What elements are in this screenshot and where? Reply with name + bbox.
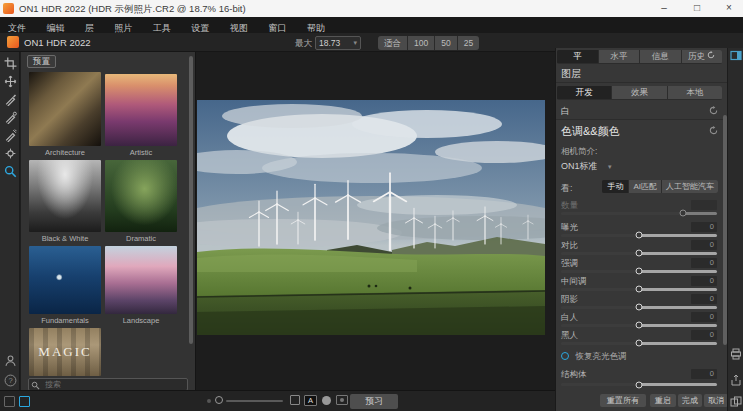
mask-bug-icon[interactable] [4,147,17,160]
search-input[interactable] [43,379,183,390]
slider-knob[interactable] [636,268,643,275]
tab-local[interactable]: 本地 [668,86,722,99]
restore-highlights-toggle[interactable]: 恢复亮光色调 [561,351,718,363]
face-ai-icon[interactable] [4,354,17,367]
preset-magic-thumb[interactable]: MAGIC [29,328,101,376]
minimize-button[interactable]: – [650,0,678,17]
move-tool-icon[interactable] [4,75,17,88]
zoom-slider-knob[interactable] [215,396,223,404]
photo-wind-turbines[interactable] [197,100,545,335]
shadows-value[interactable]: 0 [691,294,717,304]
zoom-100-button[interactable]: 100 [408,36,434,50]
exposure-slider[interactable] [561,234,717,237]
crop-tool-icon[interactable] [4,57,17,70]
slider-knob[interactable] [636,304,643,311]
canvas-area[interactable] [196,52,555,390]
whites-label: 白人 [561,312,578,324]
right-icon-strip [727,48,743,411]
tone-ai-match-button[interactable]: AI匹配 [629,180,661,193]
preset-dramatic-thumb[interactable] [105,160,177,232]
preset-artistic-thumb[interactable] [105,74,177,146]
slider-knob[interactable] [636,322,643,329]
eraser-brush-icon[interactable] [4,111,17,124]
zoom-value-dropdown[interactable]: 18.73▾ [315,36,361,50]
preset-artistic-label: Artistic [105,148,177,157]
presets-tab[interactable]: 预置 [27,55,56,68]
done-button[interactable]: 完成 [678,394,702,407]
tab-effects[interactable]: 效果 [612,86,666,99]
structure-value[interactable]: 0 [691,369,717,379]
cancel-button[interactable]: 取消 [704,394,728,407]
amount-label: 数量 [561,200,578,212]
shadows-slider[interactable] [561,306,717,309]
edit-mode-icon[interactable] [19,396,30,407]
browse-mode-icon[interactable] [4,396,15,407]
reset-all-button[interactable]: 重置所有 [600,394,646,407]
printer-icon[interactable] [730,348,742,360]
reset-button[interactable]: 重启 [650,394,676,407]
highlights-value[interactable]: 0 [691,258,717,268]
midtones-label: 中间调 [561,276,587,288]
preset-scrollbar[interactable] [189,56,193,344]
retouch-brush-icon[interactable] [4,129,17,142]
soft-proof-icon[interactable] [336,395,348,405]
slider-knob[interactable] [636,381,643,388]
preview-button[interactable]: 预习 [350,394,398,409]
amount-value[interactable] [691,200,717,210]
amount-slider[interactable] [561,212,717,215]
preset-black-white-thumb[interactable] [29,160,101,232]
contrast-slider[interactable] [561,252,717,255]
export-icon[interactable] [730,374,742,386]
mask-view-icon[interactable] [322,396,331,405]
maximize-button[interactable]: □ [683,0,711,17]
tone-manual-button[interactable]: 手动 [602,180,628,193]
preset-fundamentals-thumb[interactable] [29,246,101,314]
tab-info[interactable]: 信息 [640,50,681,63]
on1-hdr-window: ON1 HDR 2022 (HDR 示例照片.CR2 @ 18.7% 16-bi… [0,0,743,411]
chevron-down-icon: ▾ [353,37,357,49]
panel-toggle-icon[interactable] [730,50,742,61]
tone-color-header[interactable]: 色调&&颜色 [561,124,718,139]
zoom-value: 18.73 [319,38,340,48]
structure-slider[interactable] [561,383,717,386]
camera-profile-value: ON1标准 [561,161,598,171]
preset-landscape-thumb[interactable] [105,246,177,314]
midtones-slider[interactable] [561,288,717,291]
slider-knob[interactable] [636,340,643,347]
compare-view-icon[interactable] [730,396,742,408]
slider-knob[interactable] [636,232,643,239]
blacks-slider[interactable] [561,342,717,345]
fit-button[interactable]: 适合 [378,36,407,50]
help-icon[interactable]: ? [4,374,17,387]
whites-slider[interactable] [561,324,717,327]
highlights-slider[interactable] [561,270,717,273]
midtones-value[interactable]: 0 [691,276,717,286]
show-original-icon[interactable]: A [304,395,317,406]
whites-value[interactable]: 0 [691,312,717,322]
tab-develop[interactable]: 开发 [557,86,611,99]
chevron-down-icon: ▾ [608,163,612,170]
slider-knob[interactable] [636,286,643,293]
slider-knob[interactable] [679,210,686,217]
zoom-50-button[interactable]: 50 [435,36,456,50]
zoom-slider-track[interactable] [226,400,283,402]
camera-profile-dropdown[interactable]: ON1标准 ▾ [561,160,718,173]
tab-levels[interactable]: 水平 [599,50,640,63]
blacks-value[interactable]: 0 [691,330,717,340]
preset-architecture-thumb[interactable] [29,72,101,146]
zoom-view-tool-icon[interactable] [4,165,17,178]
tone-color-reset-icon[interactable] [709,125,718,137]
tab-nav[interactable]: 平 [557,50,598,63]
highlights-label: 强调 [561,258,578,270]
close-button[interactable]: × [715,0,743,17]
slider-knob[interactable] [636,250,643,257]
adjustment-brush-icon[interactable] [4,93,17,106]
tone-ai-auto-button[interactable]: 人工智能汽车 [662,180,718,193]
compare-toggle-icon[interactable] [290,395,300,405]
zoom-25-button[interactable]: 25 [458,36,479,50]
reset-icon[interactable] [709,106,718,117]
zoom-out-dot-icon[interactable] [207,399,211,403]
exposure-value[interactable]: 0 [691,222,717,232]
contrast-value[interactable]: 0 [691,240,717,250]
tab-history[interactable]: 历史 [682,50,723,63]
